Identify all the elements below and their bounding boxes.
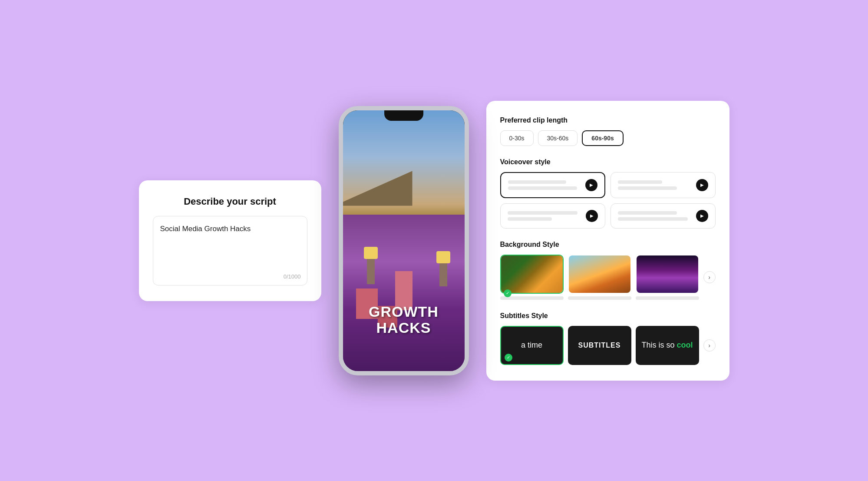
voice-bar-group-3 bbox=[508, 211, 581, 221]
mc-lamp1 bbox=[367, 258, 375, 284]
phone-screen: GROWTH HACKS bbox=[343, 110, 465, 371]
bg-thumb-1[interactable] bbox=[500, 255, 564, 294]
play-btn-2[interactable]: ▶ bbox=[696, 179, 708, 191]
voice-bar-4a bbox=[618, 211, 677, 215]
bg-thumb-img-2 bbox=[569, 255, 630, 293]
clip-btn-30s-60s[interactable]: 30s-60s bbox=[538, 130, 578, 146]
clip-buttons: 0-30s 30s-60s 60s-90s bbox=[500, 130, 716, 146]
phone-title-line1: GROWTH bbox=[343, 304, 465, 320]
voice-bar-1b bbox=[508, 186, 578, 190]
voice-card-4[interactable]: ▶ bbox=[611, 203, 716, 229]
bg-thumb-3[interactable] bbox=[636, 255, 699, 294]
mc-lamp2 bbox=[439, 262, 447, 286]
voiceover-title: Voiceover style bbox=[500, 158, 716, 166]
voice-card-2[interactable]: ▶ bbox=[611, 172, 716, 198]
play-btn-1[interactable]: ▶ bbox=[585, 179, 597, 191]
subtitle-highlight: cool bbox=[677, 341, 693, 349]
bg-thumb-2[interactable] bbox=[568, 255, 631, 294]
subtitles-grid: a time ✓ SUBTITLES This is so cool › bbox=[500, 326, 716, 365]
subtitles-chevron-btn[interactable]: › bbox=[703, 339, 716, 352]
phone-scene: GROWTH HACKS bbox=[343, 110, 465, 371]
voice-bar-2a bbox=[618, 180, 662, 184]
background-section: Background Style ✓ bbox=[500, 241, 716, 300]
voice-card-3[interactable]: ▶ bbox=[500, 203, 605, 229]
subtitles-title: Subtitles Style bbox=[500, 312, 716, 320]
script-textarea-wrapper[interactable]: Social Media Growth Hacks 0/1000 bbox=[153, 216, 307, 285]
subtitle-card-3[interactable]: This is so cool bbox=[636, 326, 699, 365]
bg-thumb-img-3 bbox=[637, 255, 698, 293]
phone-text-overlay: GROWTH HACKS bbox=[343, 304, 465, 336]
subtitle-check-1: ✓ bbox=[505, 354, 512, 362]
script-card: Describe your script Social Media Growth… bbox=[139, 180, 321, 301]
settings-panel: Preferred clip length 0-30s 30s-60s 60s-… bbox=[486, 101, 729, 381]
voice-bar-3b bbox=[508, 217, 552, 221]
subtitles-section: Subtitles Style a time ✓ SUBTITLES This … bbox=[500, 312, 716, 365]
bg-item-2 bbox=[568, 255, 631, 300]
phone-frame: GROWTH HACKS bbox=[339, 106, 469, 375]
clip-length-title: Preferred clip length bbox=[500, 116, 716, 124]
voiceover-section: Voiceover style ▶ ▶ bbox=[500, 158, 716, 229]
phone-notch bbox=[384, 110, 423, 121]
subtitle-card-1[interactable]: a time ✓ bbox=[500, 326, 564, 365]
mc-sky bbox=[343, 110, 465, 228]
clip-btn-60s-90s[interactable]: 60s-90s bbox=[582, 130, 623, 146]
mc-lamp-head2 bbox=[436, 251, 450, 263]
char-count: 0/1000 bbox=[284, 273, 301, 280]
clip-length-section: Preferred clip length 0-30s 30s-60s 60s-… bbox=[500, 116, 716, 146]
bg-thumb-img-1 bbox=[501, 255, 563, 293]
mc-lamp-head1 bbox=[364, 247, 378, 259]
voice-bar-1a bbox=[508, 180, 566, 184]
subtitle-text-1: a time bbox=[521, 341, 542, 350]
voice-bar-group-1 bbox=[508, 180, 581, 190]
bg-label-bar-2 bbox=[568, 296, 631, 300]
background-title: Background Style bbox=[500, 241, 716, 249]
subtitle-text-3: This is so cool bbox=[641, 341, 693, 350]
play-btn-4[interactable]: ▶ bbox=[696, 210, 708, 222]
phone-title-line2: HACKS bbox=[343, 320, 465, 336]
bg-item-3 bbox=[636, 255, 699, 300]
voice-card-1[interactable]: ▶ bbox=[500, 172, 605, 198]
voice-bar-3a bbox=[508, 211, 578, 215]
subtitle-text-2: SUBTITLES bbox=[578, 342, 621, 349]
clip-btn-0-30s[interactable]: 0-30s bbox=[500, 130, 534, 146]
script-card-title: Describe your script bbox=[153, 196, 307, 207]
voice-bar-4b bbox=[618, 217, 688, 221]
script-textarea-text: Social Media Growth Hacks bbox=[160, 223, 300, 235]
bg-grid: ✓ › bbox=[500, 255, 716, 300]
bg-check-1: ✓ bbox=[504, 289, 512, 297]
bg-chevron-btn[interactable]: › bbox=[703, 271, 716, 283]
play-btn-3[interactable]: ▶ bbox=[586, 210, 598, 222]
phone-video-title: GROWTH HACKS bbox=[343, 304, 465, 336]
voiceover-grid: ▶ ▶ ▶ bbox=[500, 172, 716, 229]
voice-bar-group-4 bbox=[618, 211, 692, 221]
subtitle-card-2[interactable]: SUBTITLES bbox=[568, 326, 631, 365]
bg-label-bar-3 bbox=[636, 296, 699, 300]
main-container: Describe your script Social Media Growth… bbox=[139, 101, 729, 381]
voice-bar-2b bbox=[618, 186, 677, 190]
voice-bar-group-2 bbox=[618, 180, 692, 190]
phone-wrapper: GROWTH HACKS bbox=[339, 106, 469, 375]
bg-item-1: ✓ bbox=[500, 255, 564, 300]
